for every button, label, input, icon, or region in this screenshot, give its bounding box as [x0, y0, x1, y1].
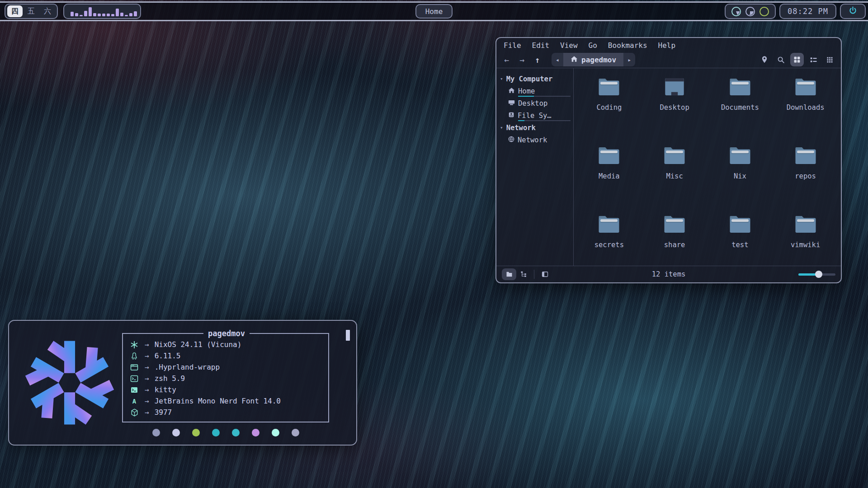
fetch-row: →.Hyprland-wrapp [129, 361, 324, 373]
menu-item-help[interactable]: Help [658, 41, 676, 50]
audio-visualizer [63, 4, 141, 19]
folder-label: secrets [594, 241, 624, 249]
workspace-button[interactable]: 四 [7, 5, 23, 17]
sidebar-section-my-computer[interactable]: ▾My Computer [500, 73, 573, 85]
palette-dot [152, 429, 160, 436]
menu-item-bookmarks[interactable]: Bookmarks [608, 41, 647, 50]
sidebar-item-label: File Sy… [518, 112, 552, 120]
workspace-button[interactable]: 六 [40, 5, 55, 17]
disk-usage-bar [518, 120, 571, 121]
fetch-row: →3977 [129, 407, 324, 418]
fetch-value: 6.11.5 [155, 352, 181, 360]
folder-media[interactable]: Media [576, 145, 642, 207]
folder-misc[interactable]: Misc [642, 145, 708, 207]
forward-button[interactable]: → [514, 55, 530, 65]
list-view-button[interactable] [807, 53, 820, 66]
folder-nix[interactable]: Nix [708, 145, 773, 207]
chevron-down-icon: ▾ [500, 125, 503, 131]
folder-label: Desktop [660, 103, 689, 112]
power-button[interactable] [840, 4, 866, 19]
folder-icon [793, 76, 818, 99]
terminal-color-palette [122, 429, 329, 436]
path-tab-home[interactable]: pagedmov [563, 53, 623, 66]
menu-item-edit[interactable]: Edit [532, 41, 550, 50]
fetch-row: →NixOS 24.11 (Vicuna) [129, 339, 324, 350]
palette-dot [292, 429, 299, 436]
menu-item-go[interactable]: Go [589, 41, 597, 50]
folder-label: Downloads [787, 103, 825, 112]
tree-pane-toggle[interactable] [516, 268, 531, 280]
fetch-row: →6.11.5 [129, 350, 324, 361]
terminal-cursor [346, 330, 350, 341]
folder-label: vimwiki [791, 241, 820, 249]
visualizer-bars [71, 6, 134, 16]
path-scroll-right-icon[interactable]: ▸ [623, 56, 635, 63]
folder-coding[interactable]: Coding [576, 76, 642, 139]
palette-dot [192, 429, 200, 436]
focused-window-label: Home [425, 7, 443, 16]
palette-dot [272, 429, 279, 436]
zoom-slider[interactable] [798, 271, 835, 278]
back-button[interactable]: ← [499, 55, 514, 65]
workspace-button[interactable]: 五 [24, 5, 39, 17]
folder-icon [728, 76, 752, 99]
compact-view-button[interactable] [823, 53, 836, 66]
nixos-logo [17, 328, 122, 437]
arrow-icon: → [145, 352, 149, 360]
sidebar-item-network[interactable]: Network [500, 134, 573, 146]
workspace-switcher[interactable]: 四五六 [5, 4, 58, 19]
sidebar-section-network[interactable]: ▾Network [500, 122, 573, 134]
sidebar-item-label: Home [518, 87, 535, 95]
folder-label: test [731, 241, 748, 249]
folder-repos[interactable]: repos [773, 145, 838, 207]
visualizer-bar [125, 15, 128, 16]
chevron-down-icon: ▾ [500, 76, 503, 82]
arrow-icon: → [145, 385, 149, 394]
fetch-value: kitty [155, 385, 176, 394]
fetch-value: .Hyprland-wrapp [155, 363, 220, 371]
visualizer-bar [111, 14, 114, 16]
folder-icon [793, 214, 818, 236]
path-scroll-left-icon[interactable]: ◂ [552, 56, 563, 63]
sidebar-item-home[interactable]: Home [500, 85, 573, 97]
path-tab-label: pagedmov [581, 56, 616, 64]
places-sidebar: ▾My ComputerHomeDesktopFile Sy…▾NetworkN… [496, 68, 574, 266]
search-icon[interactable] [774, 53, 788, 66]
folder-label: Nix [734, 172, 746, 180]
palette-dot [252, 429, 259, 436]
up-button[interactable]: ↑ [530, 55, 545, 65]
arrow-icon: → [145, 397, 149, 405]
folder-documents[interactable]: Documents [708, 76, 773, 139]
location-pin-icon[interactable] [758, 53, 771, 66]
icon-view-button[interactable] [790, 53, 804, 66]
menu-item-file[interactable]: File [504, 41, 521, 50]
places-pane-toggle[interactable] [502, 268, 516, 280]
zoom-slider-handle[interactable] [815, 271, 822, 278]
visualizer-bar [93, 13, 96, 16]
menu-item-view[interactable]: View [560, 41, 578, 50]
packages-icon [129, 408, 139, 417]
fetch-row: →zsh 5.9 [129, 373, 324, 384]
sidebar-item-label: Desktop [518, 99, 547, 108]
clock-widget: 08:22 PM [779, 4, 836, 19]
sidebar-collapse-button[interactable] [538, 268, 552, 280]
gauge-ring [760, 7, 769, 16]
fastfetch-box: pagedmov →NixOS 24.11 (Vicuna)→6.11.5→.H… [122, 329, 329, 422]
folder-icon [728, 145, 752, 168]
fetch-value: NixOS 24.11 (Vicuna) [155, 340, 242, 349]
fetch-row: →kitty [129, 384, 324, 395]
home-icon [571, 56, 578, 64]
folder-desktop[interactable]: Desktop [642, 76, 708, 139]
terminal-window[interactable]: pagedmov →NixOS 24.11 (Vicuna)→6.11.5→.H… [8, 320, 357, 446]
sidebar-item-filesy[interactable]: File Sy… [500, 109, 573, 122]
gauge-fill [747, 8, 754, 15]
sidebar-item-label: Network [518, 136, 547, 144]
folder-downloads[interactable]: Downloads [773, 76, 838, 139]
visualizer-bar [80, 15, 83, 16]
sidebar-item-desktop[interactable]: Desktop [500, 97, 573, 109]
palette-dot [212, 429, 220, 436]
folder-icon [597, 214, 621, 236]
terminal-icon [129, 387, 139, 393]
folder-view: CodingDesktopDocumentsDownloadsMediaMisc… [574, 68, 841, 266]
folder-label: share [664, 241, 685, 249]
